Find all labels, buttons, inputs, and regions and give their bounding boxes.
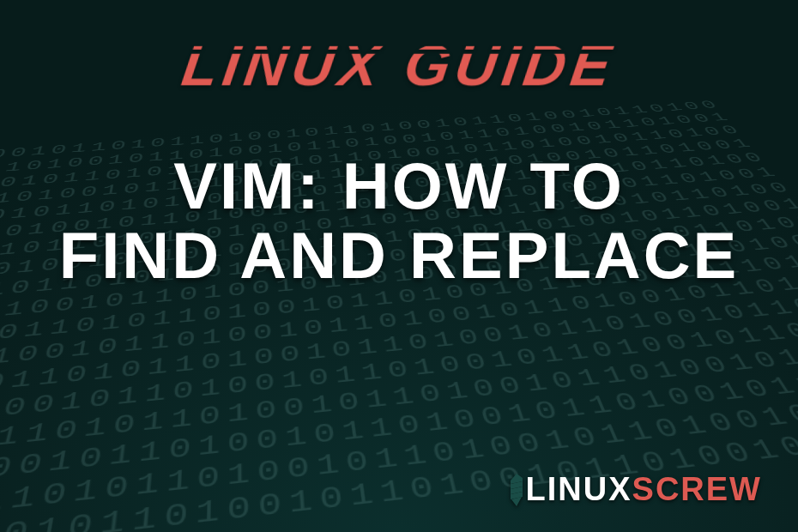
title-line-1: VIM: HOW TO [59,151,740,221]
content-area: LINUX GUIDE VIM: HOW TO FIND AND REPLACE [0,0,798,532]
category-label: LINUX GUIDE [178,31,620,98]
page-title: VIM: HOW TO FIND AND REPLACE [59,151,740,291]
brand-word-1: LINUX [526,471,632,507]
brand-logo: LINUXSCREW [504,471,762,508]
brand-word-2: SCREW [632,471,762,507]
title-line-2: FIND AND REPLACE [59,221,740,290]
brand-text: LINUXSCREW [526,471,762,508]
